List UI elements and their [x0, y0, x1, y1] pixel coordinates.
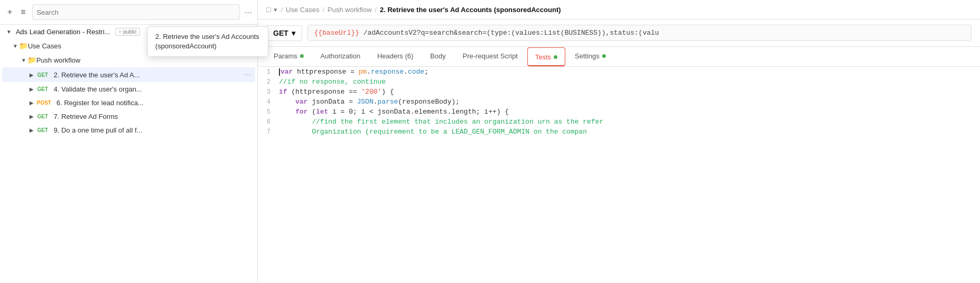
base-url-template: {{baseUrl}}	[314, 29, 359, 37]
sidebar: + ≡ ··· ▼ Ads Lead Generation - Restri..…	[0, 0, 258, 283]
tab-pre-request-script[interactable]: Pre-request Script	[455, 47, 525, 66]
search-input[interactable]	[32, 4, 240, 20]
sidebar-toolbar: + ≡ ···	[0, 0, 257, 25]
line-content: Organization (requirement to be a LEAD_G…	[279, 128, 587, 136]
tab-label: Authorization	[321, 52, 361, 60]
caret-down-icon: ▼	[21, 57, 26, 63]
filter-button[interactable]: ≡	[18, 5, 27, 19]
request-tabs: Params Authorization Headers (6) Body Pr…	[258, 47, 980, 67]
more-options-icon[interactable]: ···	[244, 70, 251, 79]
caret-right-icon: ▶	[29, 100, 34, 106]
folder-icon: 📁	[19, 42, 28, 50]
url-path: /adAccountsV2?q=search&search=(type:(val…	[359, 29, 659, 37]
request-item-validate-org[interactable]: ▶ GET 4. Validate the user's organ...	[2, 83, 255, 96]
method-badge-get: GET	[35, 127, 51, 134]
line-content: //find the first element that includes a…	[279, 118, 603, 126]
tab-tests[interactable]: Tests	[527, 47, 565, 66]
url-input[interactable]: {{baseUrl}} /adAccountsV2?q=search&searc…	[307, 25, 972, 41]
line-number: 3	[258, 88, 279, 96]
tooltip-popup: 2. Retrieve the user's Ad Accounts (spon…	[147, 26, 257, 57]
filter-icon: ≡	[21, 7, 25, 17]
caret-down-icon: ▼	[13, 43, 18, 49]
request-item-register-lead[interactable]: ▶ POST 6. Register for lead notifica...	[2, 96, 255, 109]
request-label: 4. Validate the user's organ...	[54, 85, 251, 93]
line-content: for (let i = 0; i < jsonData.elements.le…	[279, 108, 509, 116]
breadcrumb-current: 2. Retrieve the user's Ad Accounts (spon…	[380, 6, 561, 14]
breadcrumb-dropdown-icon[interactable]: ▾	[274, 6, 277, 14]
file-icon: □	[266, 5, 271, 14]
request-label: 6. Register for lead notifica...	[56, 99, 251, 107]
caret-right-icon: ▶	[29, 86, 34, 92]
breadcrumb-part-2[interactable]: Push workflow	[327, 6, 372, 14]
visibility-badge: ⑂ public	[115, 28, 140, 36]
tab-label: Settings	[575, 52, 599, 60]
tab-label: Params	[274, 52, 297, 60]
request-label: 2. Retrieve the user's Ad A...	[54, 71, 242, 79]
tab-params[interactable]: Params	[266, 47, 311, 66]
code-line-3: 3 if (httpresponse == '200') {	[258, 87, 980, 97]
method-badge-post: POST	[35, 99, 53, 106]
caret-right-icon: ▶	[29, 114, 34, 119]
breadcrumb: □ ▾ / Use Cases / Push workflow / 2. Ret…	[258, 0, 980, 19]
line-number: 1	[258, 68, 279, 76]
line-content: var httpresponse = pm.response.code;	[279, 68, 428, 76]
line-number: 7	[258, 128, 279, 136]
tab-headers[interactable]: Headers (6)	[370, 47, 421, 66]
request-item-one-time-pull[interactable]: ▶ GET 9. Do a one time pull of all f...	[2, 124, 255, 137]
caret-right-icon: ▶	[29, 127, 34, 133]
line-number: 6	[258, 118, 279, 126]
code-line-7: 7 Organization (requirement to be a LEAD…	[258, 127, 980, 137]
code-line-5: 5 for (let i = 0; i < jsonData.elements.…	[258, 107, 980, 117]
code-editor[interactable]: 1 var httpresponse = pm.response.code; 2…	[258, 67, 980, 283]
request-item-retrieve-ad-forms[interactable]: ▶ GET 7. Retrieve Ad Forms	[2, 110, 255, 123]
tab-settings[interactable]: Settings	[567, 47, 613, 66]
code-line-1: 1 var httpresponse = pm.response.code;	[258, 67, 980, 77]
dropdown-icon: ▾	[292, 29, 295, 37]
request-label: 7. Retrieve Ad Forms	[54, 113, 251, 120]
tab-label: Body	[430, 52, 446, 60]
method-badge-get: GET	[35, 113, 51, 120]
tab-body[interactable]: Body	[423, 47, 453, 66]
code-line-4: 4 var jsonData = JSON.parse(responseBody…	[258, 97, 980, 107]
line-content: var jsonData = JSON.parse(responseBody);	[279, 98, 459, 106]
request-item-retrieve-ad-accounts[interactable]: ▶ GET 2. Retrieve the user's Ad A... ···	[2, 67, 255, 82]
line-number: 5	[258, 108, 279, 116]
line-number: 2	[258, 78, 279, 86]
tab-label: Headers (6)	[377, 52, 414, 60]
main-panel: □ ▾ / Use Cases / Push workflow / 2. Ret…	[258, 0, 980, 283]
caret-down-icon: ▼	[6, 29, 12, 35]
line-content: //if no response, continue	[279, 78, 386, 86]
caret-right-icon: ▶	[29, 72, 34, 78]
add-button[interactable]: +	[5, 5, 14, 19]
line-number: 4	[258, 98, 279, 106]
folder-icon: 📁	[27, 56, 36, 64]
breadcrumb-part-1[interactable]: Use Cases	[286, 6, 319, 14]
params-dot	[300, 54, 304, 58]
tab-label: Pre-request Script	[463, 52, 518, 60]
method-badge-get: GET	[35, 72, 51, 78]
code-line-6: 6 //find the first element that includes…	[258, 117, 980, 127]
tab-authorization[interactable]: Authorization	[313, 47, 368, 66]
code-line-2: 2 //if no response, continue	[258, 77, 980, 87]
settings-dot	[602, 54, 606, 58]
method-badge-get: GET	[35, 86, 51, 93]
line-content: if (httpresponse == '200') {	[279, 88, 394, 96]
sidebar-content: ▼ Ads Lead Generation - Restri... ⑂ publ…	[0, 25, 257, 283]
tests-dot	[554, 55, 557, 59]
collection-name: Ads Lead Generation - Restri...	[16, 28, 110, 36]
plus-icon: +	[7, 7, 12, 17]
folder-label: Push workflow	[36, 56, 251, 64]
more-options-icon[interactable]: ···	[244, 7, 252, 18]
request-label: 9. Do a one time pull of all f...	[54, 126, 251, 134]
method-selector[interactable]: GET ▾	[266, 25, 302, 41]
url-bar: GET ▾ {{baseUrl}} /adAccountsV2?q=search…	[258, 19, 980, 47]
method-label: GET	[273, 29, 288, 37]
tab-label: Tests	[535, 53, 551, 61]
